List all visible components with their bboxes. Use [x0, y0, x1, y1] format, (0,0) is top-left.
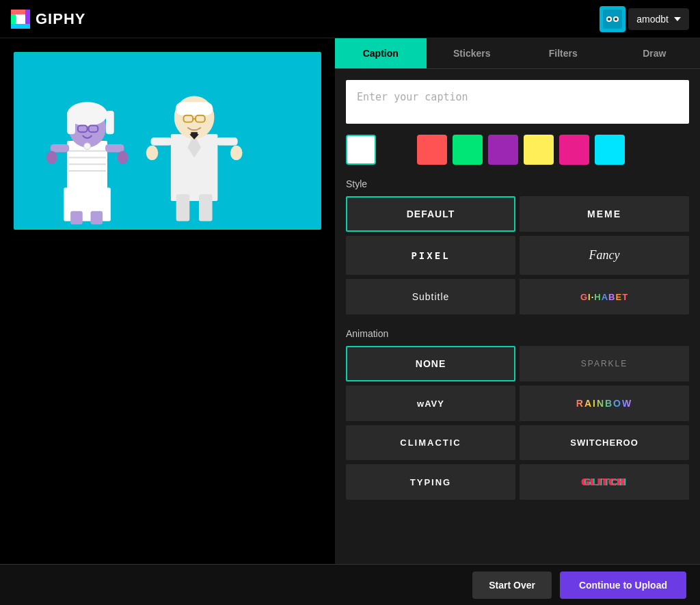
giphabet-a: A	[602, 292, 608, 302]
logo-area: GIPHY	[11, 10, 85, 29]
main-content: Caption Stickers Filters Draw Style	[0, 38, 700, 564]
anim-btn-glitch[interactable]: GLITCH	[520, 464, 689, 500]
swatch-yellow[interactable]	[524, 135, 554, 165]
swatch-red[interactable]	[417, 135, 447, 165]
swatch-pink[interactable]	[559, 135, 589, 165]
glitch-label: GLITCH	[582, 476, 626, 487]
swatch-black[interactable]	[381, 135, 412, 165]
giphabet-h: H	[594, 292, 601, 302]
anim-btn-wavy[interactable]: wAVY	[346, 386, 515, 421]
start-over-button[interactable]: Start Over	[472, 572, 552, 599]
header: GIPHY amodbt	[0, 0, 700, 38]
tab-stickers[interactable]: Stickers	[427, 38, 518, 68]
animation-grid: NONE SPARKLE wAVY RAINBOW CLIMACTIC SWIT…	[346, 346, 689, 500]
svg-rect-25	[51, 144, 69, 152]
anim-btn-switcheroo[interactable]: SWITCHEROO	[520, 425, 689, 460]
giphabet-g: G	[580, 292, 588, 302]
svg-rect-45	[199, 194, 213, 221]
giphabet-b: B	[608, 292, 615, 302]
user-area: amodbt	[600, 6, 689, 32]
rainbow-label: RAINBOW	[576, 398, 632, 409]
style-btn-subtitle[interactable]: Subtitle	[346, 279, 515, 314]
svg-rect-4	[16, 14, 25, 24]
tab-filters[interactable]: Filters	[517, 38, 609, 68]
anim-btn-sparkle[interactable]: SPARKLE	[520, 346, 689, 381]
svg-point-24	[84, 143, 91, 150]
svg-point-42	[146, 146, 159, 161]
panel-content: Style DEFAULT MEME PIXEL Fancy Subtitle …	[335, 69, 700, 524]
style-btn-meme[interactable]: MEME	[520, 196, 689, 232]
giphy-logo-icon	[11, 10, 30, 29]
tab-draw[interactable]: Draw	[609, 38, 701, 68]
svg-point-8	[608, 18, 610, 21]
svg-point-9	[615, 18, 617, 21]
right-panel: Caption Stickers Filters Draw Style	[335, 38, 700, 564]
swatch-cyan[interactable]	[595, 135, 625, 165]
giphabet-t: T	[622, 292, 628, 302]
svg-rect-41	[216, 137, 237, 146]
gif-preview	[14, 52, 321, 230]
gif-canvas	[14, 52, 321, 230]
svg-point-43	[230, 146, 243, 161]
svg-rect-29	[70, 211, 83, 225]
tabs: Caption Stickers Filters Draw	[335, 38, 700, 69]
style-btn-giphabet[interactable]: GI·HABET	[520, 279, 689, 314]
anim-btn-rainbow[interactable]: RAINBOW	[520, 386, 689, 421]
svg-rect-40	[151, 137, 172, 146]
style-grid: DEFAULT MEME PIXEL Fancy Subtitle GI·HAB…	[346, 196, 689, 314]
anim-btn-none[interactable]: NONE	[346, 346, 515, 381]
anim-btn-climactic[interactable]: CLIMACTIC	[346, 425, 515, 460]
continue-button[interactable]: Continue to Upload	[560, 572, 686, 599]
giphabet-e: E	[615, 292, 622, 302]
user-menu-button[interactable]: amodbt	[628, 8, 689, 30]
swatch-green[interactable]	[453, 135, 483, 165]
caption-input[interactable]	[346, 80, 689, 124]
style-btn-pixel[interactable]: PIXEL	[346, 236, 515, 275]
svg-rect-26	[105, 144, 124, 152]
swatch-purple[interactable]	[488, 135, 518, 165]
left-panel	[0, 38, 335, 564]
svg-rect-5	[603, 10, 622, 29]
svg-rect-19	[67, 111, 75, 134]
svg-rect-20	[106, 111, 114, 134]
animation-section-label: Animation	[346, 328, 689, 339]
footer: Start Over Continue to Upload	[0, 564, 700, 605]
style-btn-default[interactable]: DEFAULT	[346, 196, 515, 232]
svg-rect-44	[176, 194, 190, 221]
swatch-white[interactable]	[346, 135, 376, 165]
tab-caption[interactable]: Caption	[335, 38, 427, 68]
svg-point-28	[118, 151, 129, 165]
svg-rect-30	[91, 211, 103, 225]
user-name-label: amodbt	[636, 14, 669, 25]
style-section-label: Style	[346, 178, 689, 189]
user-avatar	[600, 6, 625, 32]
svg-rect-3	[11, 24, 30, 29]
svg-point-27	[46, 151, 57, 165]
logo-text: GIPHY	[36, 10, 85, 28]
chevron-down-icon	[674, 17, 681, 21]
svg-rect-34	[176, 102, 213, 116]
style-btn-fancy[interactable]: Fancy	[520, 236, 689, 275]
anim-btn-typing[interactable]: TYPING	[346, 464, 515, 500]
color-swatches	[346, 135, 689, 165]
svg-rect-39	[191, 132, 198, 136]
